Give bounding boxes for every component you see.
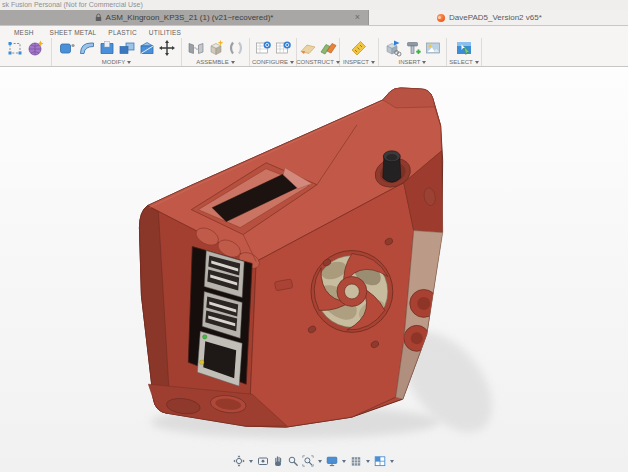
construct-dropdown[interactable]: CONSTRUCT xyxy=(296,58,340,66)
lock-icon xyxy=(95,13,102,22)
decal-icon[interactable] xyxy=(383,39,402,58)
window-title: sk Fusion Personal (Not for Commercial U… xyxy=(0,0,628,10)
midplane-icon[interactable] xyxy=(319,39,338,58)
press-pull-icon[interactable] xyxy=(57,39,76,58)
tab-plastic[interactable]: PLASTIC xyxy=(108,29,137,36)
document-tab-active[interactable]: ASM_Kingroon_KP3S_21 (1) (v21~recovered)… xyxy=(0,10,369,25)
insert-fastener-icon[interactable] xyxy=(403,39,422,58)
move-copy-icon[interactable] xyxy=(157,39,176,58)
selection-filter-icon[interactable] xyxy=(6,39,25,58)
dropdown-caret-icon[interactable] xyxy=(342,460,346,463)
io-ports[interactable] xyxy=(188,247,252,387)
insert-dropdown[interactable]: INSERT xyxy=(399,58,427,66)
ribbon-group-selection xyxy=(0,38,52,66)
ribbon-group-configure: CONFIGURE xyxy=(250,38,297,66)
canvas-image-icon[interactable] xyxy=(423,39,442,58)
document-tab-title: DavePAD5_Version2 v65* xyxy=(449,13,542,22)
fusion-app-window: { "window": { "titlebar_text": "sk Fusio… xyxy=(0,0,628,472)
group-label: ASSEMBLE xyxy=(196,58,228,66)
ribbon-group-modify: MODIFY xyxy=(52,38,182,66)
ribbon-group-assemble: ASSEMBLE xyxy=(182,38,250,66)
ethernet-led-yellow xyxy=(200,360,204,364)
dropdown-caret-icon xyxy=(231,61,235,64)
dropdown-caret-icon xyxy=(290,61,294,64)
configure-dropdown[interactable]: CONFIGURE xyxy=(252,58,294,66)
group-label: CONSTRUCT xyxy=(296,58,334,66)
fit-icon[interactable] xyxy=(302,455,314,467)
ribbon-group-insert: INSERT xyxy=(379,38,447,66)
window-title-text: sk Fusion Personal (Not for Commercial U… xyxy=(2,1,143,8)
create-mesh-icon[interactable] xyxy=(26,39,45,58)
dropdown-caret-icon xyxy=(475,61,479,64)
look-at-icon[interactable] xyxy=(257,455,269,467)
select-window-icon[interactable] xyxy=(455,39,474,58)
tab-utilities[interactable]: UTILITIES xyxy=(149,29,181,36)
tab-mesh[interactable]: MESH xyxy=(14,29,34,36)
document-tab-title: ASM_Kingroon_KP3S_21 (1) (v21~recovered)… xyxy=(106,13,274,22)
select-dropdown[interactable]: SELECT xyxy=(449,58,478,66)
assemble-dropdown[interactable]: ASSEMBLE xyxy=(196,58,234,66)
model-viewport[interactable] xyxy=(0,68,628,472)
dropdown-caret-icon[interactable] xyxy=(318,460,322,463)
offset-plane-icon[interactable] xyxy=(299,39,318,58)
pan-icon[interactable] xyxy=(272,455,284,467)
ribbon-group-construct: CONSTRUCT xyxy=(297,38,340,66)
group-label: MODIFY xyxy=(102,58,125,66)
orbit-icon[interactable] xyxy=(233,455,245,467)
group-label: INSERT xyxy=(399,58,421,66)
view-navigation-toolbar xyxy=(233,455,395,467)
configure-features-icon[interactable] xyxy=(274,39,293,58)
dropdown-caret-icon xyxy=(127,61,131,64)
fillet-icon[interactable] xyxy=(77,39,96,58)
dropdown-caret-icon xyxy=(422,61,426,64)
dropdown-caret-icon xyxy=(371,61,375,64)
new-component-icon[interactable] xyxy=(206,39,225,58)
ribbon-group-inspect: INSPECT xyxy=(340,38,379,66)
viewports-icon[interactable] xyxy=(374,455,386,467)
document-tab-inactive[interactable]: DavePAD5_Version2 v65* xyxy=(437,10,542,25)
ethernet-led-green xyxy=(203,335,207,339)
dropdown-caret-icon[interactable] xyxy=(249,460,253,463)
joint-icon[interactable] xyxy=(186,39,205,58)
close-tab-icon[interactable]: × xyxy=(355,10,360,25)
split-body-icon[interactable] xyxy=(137,39,156,58)
modify-dropdown[interactable]: MODIFY xyxy=(102,58,131,66)
ribbon-tab-row: MESH SHEET METAL PLASTIC UTILITIES xyxy=(0,26,628,38)
group-label: CONFIGURE xyxy=(252,58,288,66)
model-canvas[interactable] xyxy=(0,68,628,472)
grid-and-snaps-icon[interactable] xyxy=(350,455,362,467)
as-built-joint-icon[interactable] xyxy=(226,39,245,58)
inspect-dropdown[interactable]: INSPECT xyxy=(343,58,375,66)
dropdown-caret-icon[interactable] xyxy=(390,460,394,463)
measure-icon[interactable] xyxy=(350,39,369,58)
configuration-table-icon[interactable] xyxy=(254,39,273,58)
zoom-icon[interactable] xyxy=(287,455,299,467)
model-case-body[interactable] xyxy=(139,88,442,427)
dropdown-caret-icon[interactable] xyxy=(366,460,370,463)
ribbon-toolbar: MODIFY ASSEMBLE xyxy=(0,38,628,67)
group-label: INSPECT xyxy=(343,58,369,66)
combine-icon[interactable] xyxy=(117,39,136,58)
document-tab-bar: ASM_Kingroon_KP3S_21 (1) (v21~recovered)… xyxy=(0,10,628,26)
ribbon-group-select: SELECT xyxy=(447,38,482,66)
fusion-logo-icon xyxy=(437,14,445,22)
group-label: SELECT xyxy=(449,58,472,66)
tab-sheet-metal[interactable]: SHEET METAL xyxy=(50,29,97,36)
display-settings-icon[interactable] xyxy=(326,455,338,467)
shell-icon[interactable] xyxy=(97,39,116,58)
